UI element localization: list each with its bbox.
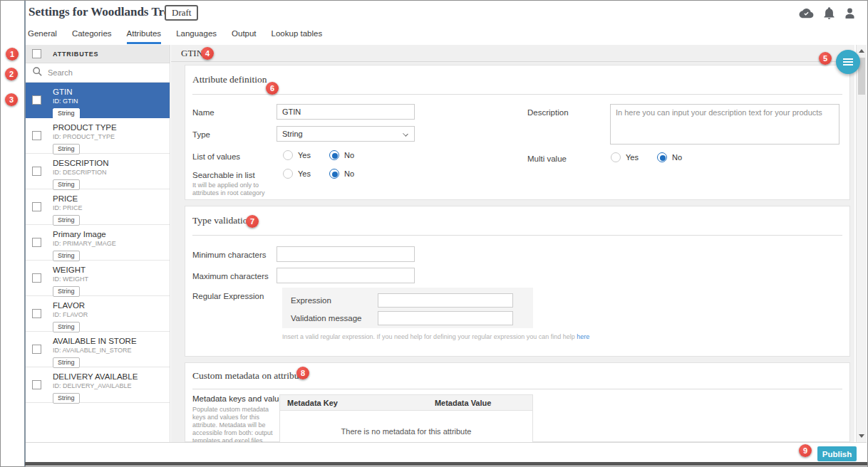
attribute-list-item[interactable]: Primary Image ID: PRIMARY_IMAGE String (26, 225, 170, 261)
scroll-up-arrow-icon[interactable] (859, 49, 864, 53)
description-label: Description (527, 108, 569, 117)
section-divider (192, 389, 842, 389)
attribute-checkbox[interactable] (32, 167, 41, 176)
type-select-value: String (282, 130, 303, 138)
attribute-id: ID: FLAVOR (53, 311, 167, 319)
type-select[interactable]: String (277, 126, 415, 142)
expression-label: Expression (291, 296, 331, 305)
attribute-list-item[interactable]: PRICE ID: PRICE String (26, 189, 170, 225)
attribute-list-item[interactable]: DESCRIPTION ID: DESCRIPTION String (26, 154, 170, 189)
min-characters-label: Minimum characters (192, 251, 267, 259)
attribute-list-item[interactable]: WEIGHT ID: WEIGHT String (26, 261, 170, 296)
section-title: Custom metadata on attribute (192, 370, 306, 382)
metadata-keys-label: Metadata keys and values (192, 394, 288, 403)
attribute-type-badge: String (53, 144, 80, 154)
radio-circle (611, 152, 621, 162)
annotation-badge-1: 1 (6, 48, 19, 61)
metadata-empty-state: There is no metadata for this attribute (280, 411, 532, 442)
attribute-checkbox[interactable] (32, 95, 41, 105)
metadata-table: Metadata Key Metadata Value There is no … (279, 394, 533, 442)
attribute-list-item[interactable]: PRODUCT TYPE ID: PRODUCT_TYPE String (26, 118, 170, 154)
radio-circle (283, 150, 293, 160)
regex-help-link[interactable]: here (577, 333, 589, 340)
sidebar-header-label: ATTRIBUTES (53, 51, 98, 58)
name-field[interactable] (277, 104, 415, 120)
attribute-name: AVAILABLE IN STORE (53, 337, 167, 346)
attribute-checkbox[interactable] (32, 309, 41, 318)
attribute-checkbox[interactable] (32, 238, 41, 247)
searchable-label: Searchable in list (192, 171, 255, 179)
select-all-checkbox[interactable] (32, 49, 41, 58)
attribute-name: DELIVERY AVAILABLE (53, 372, 167, 382)
radio-no[interactable]: No (329, 169, 354, 179)
tab-general[interactable]: General (28, 29, 57, 44)
radio-circle (329, 169, 339, 179)
annotation-badge-9: 9 (799, 444, 812, 457)
annotation-badge-8: 8 (296, 367, 309, 379)
attributes-sidebar: ATTRIBUTES GTIN ID: GTIN String PRODUCT … (26, 45, 170, 442)
tab-output[interactable]: Output (232, 29, 257, 44)
attribute-list-item[interactable]: GTIN ID: GTIN String (26, 83, 170, 118)
bell-icon[interactable] (824, 7, 835, 19)
attribute-type-badge: String (53, 251, 80, 261)
tab-attributes[interactable]: Attributes (127, 29, 162, 44)
cloud-check-icon[interactable] (799, 8, 814, 19)
expression-field[interactable] (378, 293, 513, 308)
search-input[interactable] (48, 68, 155, 77)
attribute-checkbox[interactable] (32, 131, 41, 140)
attribute-checkbox[interactable] (32, 273, 41, 283)
regex-help-text: Insert a valid regular expression. If yo… (282, 333, 589, 340)
metadata-value-header: Metadata Value (393, 399, 532, 407)
radio-circle (283, 169, 293, 179)
validation-message-field[interactable] (378, 311, 513, 325)
attribute-name: WEIGHT (53, 266, 167, 275)
attribute-type-badge: String (53, 179, 80, 190)
section-divider (192, 235, 842, 236)
attribute-list-item[interactable]: AVAILABLE IN STORE ID: AVAILABLE_IN_STOR… (26, 332, 170, 367)
metadata-table-header: Metadata Key Metadata Value (280, 395, 532, 411)
annotation-badge-5: 5 (819, 52, 832, 65)
list-of-values-radio-group: Yes No (283, 150, 354, 160)
annotation-badge-4: 4 (201, 47, 214, 60)
menu-fab-button[interactable] (836, 50, 860, 74)
selected-attribute-title: GTIN (171, 45, 854, 62)
scroll-down-arrow-icon[interactable] (859, 434, 864, 438)
attribute-id: ID: GTIN (53, 98, 167, 105)
attribute-checkbox[interactable] (32, 380, 41, 389)
max-characters-field[interactable] (277, 268, 415, 283)
tab-lookup-tables[interactable]: Lookup tables (272, 29, 323, 44)
attribute-name: PRODUCT TYPE (53, 123, 167, 132)
selected-attribute-header: GTIN (171, 45, 854, 62)
tab-categories[interactable]: Categories (72, 29, 112, 44)
attribute-type-badge: String (53, 215, 80, 226)
radio-yes[interactable]: Yes (283, 169, 311, 179)
radio-yes[interactable]: Yes (611, 152, 639, 162)
attribute-type-badge: String (53, 357, 80, 368)
app-window: Settings for Woodlands Treats Draft Gene… (0, 0, 868, 467)
radio-circle (657, 152, 667, 162)
attribute-list-item[interactable]: FLAVOR ID: FLAVOR String (26, 296, 170, 332)
attribute-checkbox[interactable] (32, 202, 41, 211)
person-icon[interactable] (844, 8, 855, 19)
radio-yes[interactable]: Yes (283, 150, 311, 160)
attribute-id: ID: PRICE (53, 204, 167, 212)
validation-message-label: Validation message (291, 314, 362, 322)
attribute-type-badge: String (53, 286, 80, 297)
window-bottom-edge (25, 462, 867, 466)
attribute-checkbox[interactable] (32, 345, 41, 354)
vertical-scrollbar[interactable] (856, 45, 867, 442)
metadata-keys-help: Populate custom metadata keys and values… (192, 406, 277, 442)
publish-button[interactable]: Publish (817, 446, 857, 461)
custom-metadata-section: Custom metadata on attribute Metadata ke… (185, 362, 850, 442)
radio-no[interactable]: No (657, 152, 682, 162)
annotation-badge-7: 7 (246, 215, 259, 228)
tab-languages[interactable]: Languages (176, 29, 217, 44)
multi-value-label: Multi value (527, 154, 567, 163)
regex-label: Regular Expression (192, 292, 264, 300)
attribute-list-item[interactable]: DELIVERY AVAILABLE ID: DELIVERY_AVAILABL… (26, 367, 170, 403)
radio-no[interactable]: No (329, 150, 354, 160)
description-field[interactable] (610, 104, 839, 145)
metadata-key-header: Metadata Key (280, 399, 393, 407)
min-characters-field[interactable] (277, 246, 415, 262)
tab-bar: GeneralCategoriesAttributesLanguagesOutp… (28, 29, 322, 44)
